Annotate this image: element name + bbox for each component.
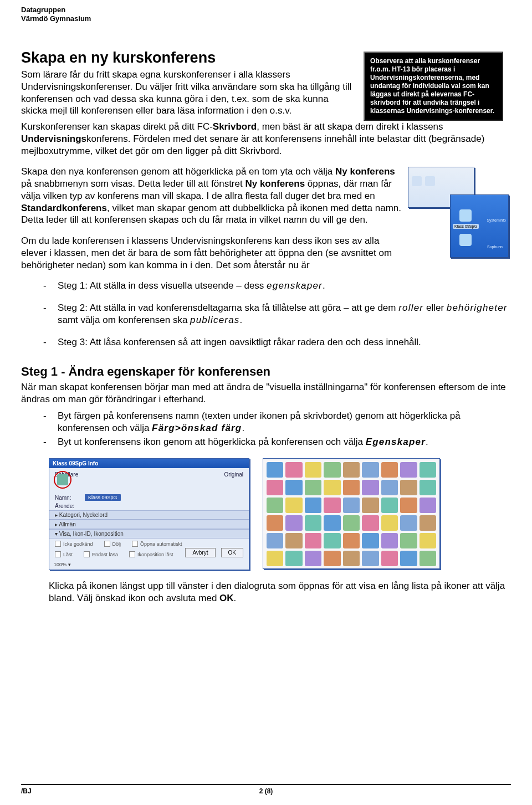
icon-option[interactable]: [285, 480, 302, 495]
folder-icon: [459, 209, 472, 222]
section-allman[interactable]: ▸ Allmän: [49, 520, 249, 529]
icon-circle-highlight[interactable]: [54, 471, 71, 489]
header-line2: Värmdö Gymnasium: [21, 14, 511, 23]
icon-option[interactable]: [362, 498, 378, 513]
screenshot-thumbnails: Klass 09SpG Systeminfo Sophunn: [407, 166, 511, 260]
icon-option[interactable]: [285, 551, 302, 566]
icon-option[interactable]: [267, 498, 283, 513]
icon-option[interactable]: [324, 515, 340, 531]
icon-option[interactable]: [305, 480, 321, 495]
icon-option[interactable]: [285, 462, 302, 478]
footer-left: /BJ: [21, 787, 32, 795]
icon-option[interactable]: [324, 551, 340, 566]
icon-option[interactable]: [343, 462, 360, 478]
info-dialog: Klass 09SpG Info Behállare Original Namn…: [49, 458, 249, 570]
ok-button[interactable]: OK: [221, 548, 243, 557]
icon-option[interactable]: [267, 551, 283, 566]
step-1: Steg 1: Att ställa in dess visuella utse…: [43, 280, 511, 292]
icon-option[interactable]: [362, 462, 378, 478]
intro-paragraph: Som lärare får du fritt skapa egna kursk…: [21, 69, 354, 117]
mw2-sophunn: Sophunn: [487, 245, 503, 249]
icon-option[interactable]: [285, 515, 302, 531]
icon-option[interactable]: [267, 480, 283, 495]
icon-picker-grid[interactable]: [263, 458, 440, 569]
icon-option[interactable]: [305, 462, 321, 478]
icon-option[interactable]: [420, 533, 436, 548]
icon-option[interactable]: [400, 480, 417, 495]
steg1-item-farg: Byt färgen på konferensens namn (texten …: [43, 410, 511, 434]
icon-option[interactable]: [420, 480, 436, 495]
icon-option[interactable]: [381, 462, 398, 478]
steg1-list: Byt färgen på konferensens namn (texten …: [21, 410, 511, 448]
chk-oppna-auto[interactable]: Öppna automatiskt: [132, 541, 182, 547]
icon-option[interactable]: [362, 551, 378, 566]
footer-page: 2 (8): [259, 787, 273, 795]
icon-option[interactable]: [324, 498, 340, 513]
icon-option[interactable]: [400, 498, 417, 513]
icon-option[interactable]: [381, 533, 398, 548]
icon-option[interactable]: [343, 533, 360, 548]
icon-option[interactable]: [285, 533, 302, 548]
icon-option[interactable]: [305, 551, 321, 566]
page-title: Skapa en ny kurskonferens: [21, 49, 354, 66]
icon-option[interactable]: [400, 551, 417, 566]
icon-option[interactable]: [420, 462, 436, 478]
icon-option[interactable]: [267, 533, 283, 548]
section-visa[interactable]: ▾ Visa, Ikon-ID, Ikonposition: [49, 529, 249, 539]
icon-option[interactable]: [343, 551, 360, 566]
chk-dolj[interactable]: Dölj: [104, 541, 121, 547]
cancel-button[interactable]: Avbryt: [185, 548, 215, 557]
icon-option[interactable]: [305, 533, 321, 548]
icon-option[interactable]: [343, 498, 360, 513]
icon-option[interactable]: [362, 533, 378, 548]
icon-option[interactable]: [324, 462, 340, 478]
icon-option[interactable]: [305, 515, 321, 531]
icon-option[interactable]: [420, 551, 436, 566]
para-skrivbord: Kurskonferenser kan skapas direkt på dit…: [21, 121, 511, 157]
steg1-title: Steg 1 - Ändra egenskaper för konferense…: [21, 365, 511, 379]
mw2-systeminfo: Systeminfo: [487, 218, 506, 222]
chk-last[interactable]: Låst: [55, 551, 73, 557]
icon-option[interactable]: [400, 515, 417, 531]
steps-list: Steg 1: Att ställa in dess visuella utse…: [21, 280, 511, 348]
page-footer: /BJ 2 (8): [21, 784, 511, 795]
icon-option[interactable]: [420, 498, 436, 513]
original-label: Original: [224, 471, 243, 478]
icon-option[interactable]: [381, 480, 398, 495]
icon-option[interactable]: [381, 515, 398, 531]
icon-option[interactable]: [362, 480, 378, 495]
icon-option[interactable]: [400, 462, 417, 478]
chk-icke-godkand[interactable]: Icke godkänd: [55, 541, 93, 547]
icon-option[interactable]: [267, 515, 283, 531]
mw2-label: Klass 09SpG: [453, 224, 479, 229]
chk-ikonpos-last[interactable]: Ikonposition låst: [129, 551, 173, 557]
icon-option[interactable]: [381, 498, 398, 513]
icon-option[interactable]: [420, 515, 436, 531]
mini-window-2: Klass 09SpG Systeminfo Sophunn: [450, 194, 509, 258]
zoom-level[interactable]: 100% ▾: [54, 562, 71, 567]
icon-option[interactable]: [343, 480, 360, 495]
chk-endast-lasa[interactable]: Endast läsa: [84, 551, 118, 557]
dialog-row: Klass 09SpG Info Behállare Original Namn…: [49, 458, 511, 570]
icon-option[interactable]: [305, 498, 321, 513]
observera-note: Observera att alla kurskonferenser fr.o.…: [364, 52, 503, 121]
step-3: Steg 3: Att låsa konferensen så att inge…: [43, 336, 511, 348]
icon-option[interactable]: [324, 533, 340, 548]
icon-option[interactable]: [343, 515, 360, 531]
icon-option[interactable]: [267, 462, 283, 478]
steg1-intro: När man skapat konferensen börjar man me…: [21, 381, 511, 406]
icon-option[interactable]: [285, 498, 302, 513]
conference-icon: [57, 474, 68, 485]
arende-label: Ärende:: [55, 503, 80, 509]
header-line1: Datagruppen: [21, 6, 511, 14]
icon-option[interactable]: [400, 533, 417, 548]
namn-value[interactable]: Klass 09SpG: [85, 494, 121, 501]
namn-label: Namn:: [55, 495, 80, 501]
icon-option[interactable]: [381, 551, 398, 566]
section-kategori[interactable]: ▸ Kategori, Nyckelord: [49, 510, 249, 520]
trash-icon: [459, 234, 472, 246]
icon-option[interactable]: [324, 480, 340, 495]
icon-option[interactable]: [362, 515, 378, 531]
step-2: Steg 2: Att ställa in vad konferensdelta…: [43, 302, 511, 326]
steg1-item-egenskaper: Byt ut konferensens ikon genom att höger…: [43, 436, 511, 448]
